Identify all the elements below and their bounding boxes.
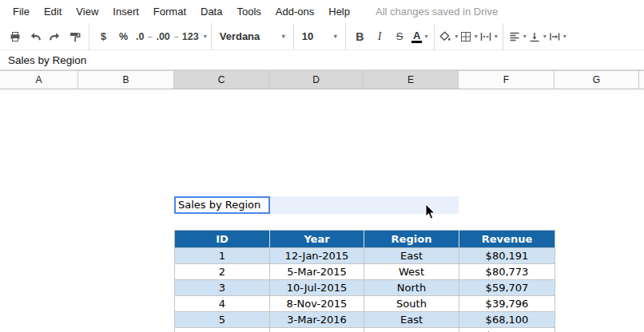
- table-cell[interactable]: $59,707: [459, 280, 555, 296]
- column-header-row: A B C D E F G: [0, 70, 644, 89]
- merge-cells-button[interactable]: ▾: [479, 26, 499, 47]
- text-color-button[interactable]: A▾: [410, 26, 430, 47]
- table-cell[interactable]: West: [364, 264, 459, 280]
- increase-decimal-label: .00: [153, 31, 172, 42]
- chevron-down-icon: ▾: [475, 33, 478, 40]
- toolbar-separator: [503, 23, 503, 49]
- text-wrap-button[interactable]: ▾: [547, 26, 567, 47]
- table-cell[interactable]: 12-Apr-2016: [270, 328, 364, 332]
- sheet-grid[interactable]: Sales by Region ID Year Region Revenue 1…: [0, 89, 644, 332]
- format-percent-button[interactable]: %: [113, 26, 133, 47]
- save-status: All changes saved in Drive: [376, 6, 498, 18]
- undo-button[interactable]: [25, 26, 45, 47]
- table-header-cell[interactable]: Year: [270, 231, 364, 248]
- increase-decimal-button[interactable]: .00→: [153, 26, 179, 47]
- table-header-cell[interactable]: Revenue: [459, 231, 555, 248]
- borders-button[interactable]: ▾: [459, 26, 479, 47]
- chevron-down-icon: ▾: [424, 33, 427, 40]
- vertical-align-icon: [528, 30, 541, 43]
- redo-button[interactable]: [45, 26, 65, 47]
- table-cell[interactable]: 3: [175, 280, 270, 296]
- table-cell[interactable]: $39,796: [459, 296, 555, 312]
- paint-format-button[interactable]: [65, 26, 85, 47]
- bold-button[interactable]: B: [350, 26, 370, 47]
- chevron-down-icon: ▾: [282, 33, 285, 40]
- table-cell[interactable]: $68,100: [459, 312, 555, 328]
- italic-button[interactable]: I: [370, 26, 390, 47]
- formula-bar: Sales by Region: [0, 50, 644, 70]
- menu-item-help[interactable]: Help: [327, 3, 352, 20]
- table-header-cell[interactable]: Region: [364, 231, 459, 248]
- table-row: 5 3-Mar-2016 East $68,100: [175, 312, 555, 328]
- table-row: 4 8-Nov-2015 South $39,796: [175, 296, 555, 312]
- column-header-e[interactable]: E: [364, 71, 459, 89]
- decrease-decimal-label: .0: [133, 31, 146, 42]
- column-header-c[interactable]: C: [174, 71, 269, 89]
- menu-item-view[interactable]: View: [74, 3, 100, 20]
- format-currency-button[interactable]: $: [93, 26, 113, 47]
- table-cell[interactable]: East: [364, 248, 459, 264]
- table-cell[interactable]: North: [364, 280, 459, 296]
- table-cell[interactable]: 5: [175, 312, 270, 328]
- column-header-f[interactable]: F: [459, 71, 555, 89]
- table-cell[interactable]: $80,191: [459, 248, 555, 264]
- column-header-partial[interactable]: [639, 71, 644, 89]
- table-cell[interactable]: 3-Mar-2016: [270, 312, 364, 328]
- menu-item-insert[interactable]: Insert: [111, 3, 141, 20]
- chevron-down-icon: ▾: [543, 33, 547, 40]
- formula-bar-input[interactable]: Sales by Region: [8, 54, 86, 66]
- chevron-down-icon: ▾: [455, 33, 458, 40]
- menu-item-tools[interactable]: Tools: [235, 3, 262, 20]
- table-cell[interactable]: 2: [175, 264, 270, 280]
- horizontal-align-button[interactable]: ▾: [507, 26, 527, 47]
- table-cell[interactable]: $98,456: [459, 328, 555, 332]
- menu-bar: File Edit View Insert Format Data Tools …: [0, 0, 644, 23]
- chevron-down-icon: ▾: [334, 33, 337, 40]
- active-cell[interactable]: Sales by Region: [174, 196, 270, 214]
- vertical-align-button[interactable]: ▾: [527, 26, 547, 47]
- column-header-b[interactable]: B: [78, 71, 174, 89]
- column-header-a[interactable]: A: [0, 71, 78, 89]
- table-row: 1 12-Jan-2015 East $80,191: [175, 248, 555, 264]
- table-row: 2 5-Mar-2015 West $80,773: [175, 264, 555, 280]
- table-row: 3 10-Jul-2015 North $59,707: [175, 280, 555, 296]
- borders-icon: [459, 30, 472, 43]
- table-cell[interactable]: 5-Mar-2015: [270, 264, 364, 280]
- fill-color-button[interactable]: ▾: [439, 26, 459, 47]
- menu-item-addons[interactable]: Add-ons: [274, 3, 316, 20]
- selection-range-highlight: [269, 196, 459, 214]
- number-format-button[interactable]: 123▾: [180, 26, 207, 47]
- data-table: ID Year Region Revenue 1 12-Jan-2015 Eas…: [174, 230, 555, 332]
- decrease-decimal-button[interactable]: .0←: [133, 26, 153, 47]
- font-size-select[interactable]: 10 ▾: [298, 26, 341, 47]
- table-cell[interactable]: 8-Nov-2015: [270, 296, 364, 312]
- table-header-cell[interactable]: ID: [175, 231, 270, 248]
- column-header-d[interactable]: D: [269, 71, 364, 89]
- font-size-value: 10: [302, 30, 313, 42]
- align-left-icon: [508, 30, 521, 43]
- table-cell[interactable]: 4: [175, 296, 270, 312]
- menu-item-edit[interactable]: Edit: [42, 3, 63, 20]
- strikethrough-button[interactable]: S: [390, 26, 410, 47]
- menu-item-file[interactable]: File: [11, 3, 31, 20]
- table-cell[interactable]: 10-Jul-2015: [270, 280, 364, 296]
- left-arrow-icon: ←: [146, 33, 153, 40]
- text-wrap-icon: [548, 30, 561, 43]
- column-header-g[interactable]: G: [555, 71, 639, 89]
- print-button[interactable]: [5, 26, 25, 47]
- right-arrow-icon: →: [173, 33, 180, 40]
- table-cell[interactable]: $80,773: [459, 264, 555, 280]
- table-cell[interactable]: 6: [175, 328, 270, 332]
- table-header-row: ID Year Region Revenue: [175, 231, 555, 248]
- table-cell[interactable]: 1: [175, 248, 270, 264]
- table-cell[interactable]: 12-Jan-2015: [270, 248, 364, 264]
- merge-cells-icon: [479, 30, 492, 43]
- font-family-value: Verdana: [220, 30, 260, 42]
- toolbar-separator: [434, 23, 435, 49]
- table-cell[interactable]: South: [364, 296, 459, 312]
- table-cell[interactable]: West: [364, 328, 459, 332]
- menu-item-format[interactable]: Format: [152, 3, 188, 20]
- font-family-select[interactable]: Verdana ▾: [216, 26, 289, 47]
- table-cell[interactable]: East: [364, 312, 459, 328]
- menu-item-data[interactable]: Data: [199, 3, 224, 20]
